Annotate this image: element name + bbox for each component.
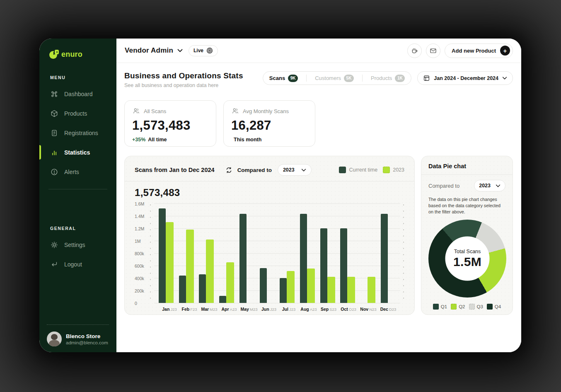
date-range-picker[interactable]: Jan 2024 - December 2024 [417,71,513,85]
bar-chart-legend: Current time 2023 [339,167,404,173]
legend-label: Q1 [441,304,447,309]
sidebar-item-dashboard[interactable]: Dashboard [39,84,116,104]
filter-chip-products[interactable]: Products 1K [365,72,410,85]
sidebar-item-registrations[interactable]: Registrations [39,123,116,143]
y-tick-label: 0 [135,301,137,306]
bar-current-time [300,214,307,303]
target-icon [206,47,213,54]
compared-to-label: Compared to [428,183,459,189]
bar-group-dec [380,203,397,303]
bar-2023 [206,240,214,303]
bar-chart-headline-value: 1,573,483 [135,187,404,198]
x-axis-label: DecD23 [380,307,397,312]
profile-email: admin@blenco.com [66,340,108,345]
sidebar-item-statistics[interactable]: Statistics [39,143,116,162]
add-new-product-label: Add new Product [452,48,496,54]
legend-label: Q4 [495,304,501,309]
bar-chart-icon [50,148,58,157]
chevron-down-icon [502,77,507,80]
profile-name: Blenco Store [66,333,108,339]
compare-year-select[interactable]: 2023 [278,164,312,176]
y-axis: 1.6M1.4M1.2M1M800k600k400k200k0 [135,203,150,303]
profile[interactable]: Blenco Store admin@blenco.com [47,332,108,346]
chevron-down-icon [301,169,306,172]
sidebar-item-logout[interactable]: Logout [39,254,116,274]
y-tick-label: 400k [135,276,144,281]
chip-badge: 9K [288,75,298,82]
page-title: Business and Operations Stats [124,71,243,80]
y-tick-label: 800k [135,251,144,256]
bar-2023 [368,277,375,303]
filter-chip-customers[interactable]: Customers 5K [310,72,359,85]
donut-center-value: 1.5M [453,254,481,269]
x-axis-label: JunJ23 [260,307,278,312]
bar-group-mar [198,203,215,303]
chip-label: Scans [269,75,285,81]
legend-item-2023: 2023 [383,167,404,173]
x-axis-labels: JanJ23FebF23MarM23AprA23MayM23JunJ23JulJ… [157,307,400,312]
calendar-icon [423,75,430,82]
messages-button[interactable] [426,44,440,58]
legend-swatch [469,304,475,310]
sidebar-section-general: GENERAL [39,226,116,231]
stat-period: This month [234,137,261,143]
live-badge[interactable]: Live [189,45,218,56]
bar-group-jan [157,203,175,303]
pie-compare-year-value: 2023 [479,183,491,189]
donut-chart: Total Scans 1.5M [428,220,506,298]
sidebar-item-settings[interactable]: Settings [39,235,116,254]
bar-group-jul [278,203,296,303]
pie-legend: Q1 Q2 Q3 Q4 [428,304,505,310]
legend-label: Q2 [459,304,465,309]
sidebar-divider [48,189,107,189]
donut-center-label: Total Scans [454,248,481,254]
users-icon [132,107,140,115]
x-axis-label: SepS23 [320,307,337,312]
y-tick-label: 600k [135,264,144,269]
sidebar-item-products[interactable]: Products [39,104,116,123]
sidebar-item-alerts[interactable]: Alerts [39,162,116,181]
bar-2023 [166,222,174,303]
y-axis-dots-right [403,203,404,303]
x-axis-label: MayM23 [240,307,258,312]
bar-current-time [381,214,388,303]
y-axis-dots-left [150,203,151,303]
chevron-down-icon [496,184,501,187]
avatar [47,332,62,346]
sidebar-item-label: Logout [64,261,82,268]
vendor-admin-title: Vendor Admin [125,46,173,55]
drinks-button[interactable] [407,44,422,58]
add-new-product-button[interactable]: Add new Product + [445,44,513,58]
chip-label: Customers [315,75,341,81]
stat-period: All time [148,137,167,143]
pie-compare-year-select[interactable]: 2023 [474,180,505,191]
y-tick-label: 1.2M [135,226,144,231]
filter-chip-scans[interactable]: Scans 9K [264,72,303,85]
bar-current-time [159,208,166,303]
x-axis-label: FebF23 [181,307,198,312]
stat-card-avg-monthly-scans: Avg Monthly Scans 16,287 This month [223,100,315,147]
app-logo: enuro [39,48,116,60]
legend-swatch [383,167,390,173]
topbar: Vendor Admin Live [116,39,521,63]
sidebar-item-label: Settings [64,242,85,248]
gear-icon [50,241,58,249]
x-axis-label: JanJ23 [161,307,178,312]
bar-2023 [327,277,335,303]
sidebar-item-label: Products [64,110,87,117]
bar-group-oct [339,203,356,303]
sidebar-item-label: Dashboard [64,91,93,97]
stat-card-all-scans: All Scans 1,573,483 +35% All time [124,100,216,147]
bar-2023 [347,277,355,303]
bar-group-nov [359,203,377,303]
x-axis-label: JulJ23 [280,307,297,312]
stat-label: Avg Monthly Scans [243,108,289,114]
mail-icon [429,47,437,55]
logout-icon [50,260,58,269]
vendor-admin-dropdown[interactable]: Vendor Admin [125,46,183,55]
legend-label: Current time [349,167,377,173]
refresh-icon[interactable] [225,167,232,174]
bar-group-jun [259,203,276,303]
y-tick-label: 1M [135,239,141,244]
logo-icon [49,49,59,59]
